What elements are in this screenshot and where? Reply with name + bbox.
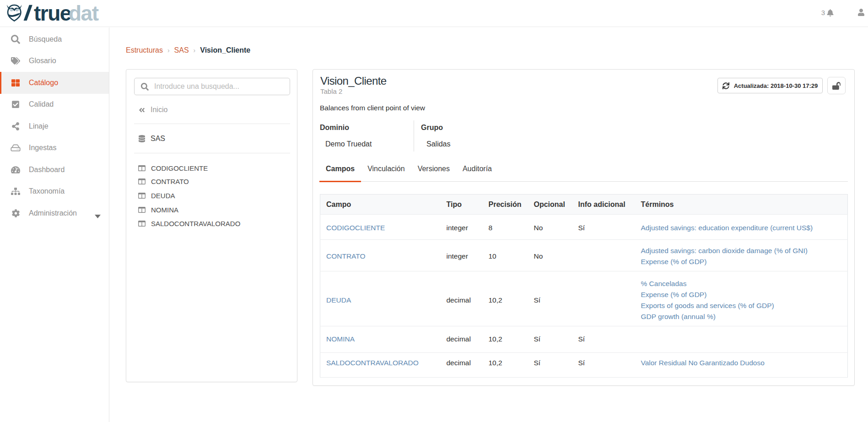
svg-text:true: true — [34, 3, 71, 25]
svg-text:dat: dat — [69, 3, 99, 25]
